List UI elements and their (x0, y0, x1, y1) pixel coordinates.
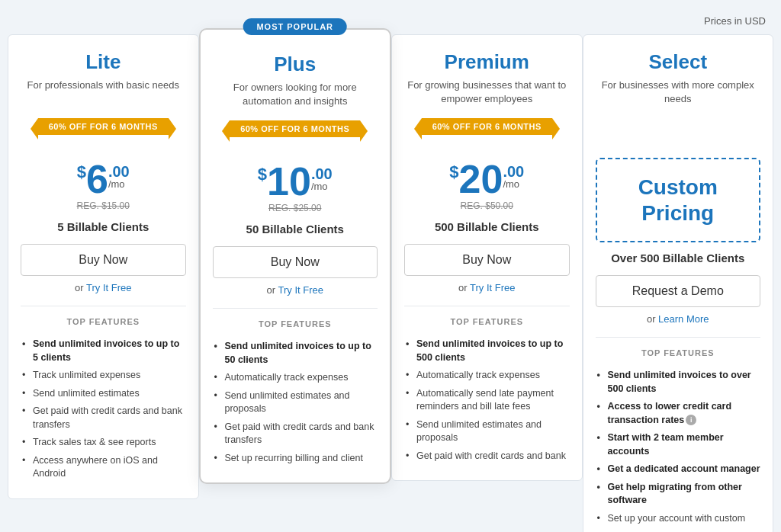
or-link-premium: or Try It Free (404, 282, 570, 293)
discount-banner-lite: 60% OFF FOR 6 MONTHS (38, 118, 169, 135)
price-amount-plus: 10 (267, 162, 311, 201)
buy-button-select[interactable]: Request a Demo (596, 275, 761, 307)
price-dollar-lite: $ (77, 164, 86, 181)
feature-item: Get a dedicated account manager (596, 460, 761, 479)
features-title-select: TOP FEATURES (596, 348, 761, 357)
features-section-plus: TOP FEATURES Send unlimited invoices to … (213, 308, 378, 467)
feature-item: Get paid with credit cards and bank tran… (213, 418, 378, 450)
features-title-lite: TOP FEATURES (21, 317, 186, 326)
plan-card-premium: PremiumFor growing businesses that want … (391, 34, 583, 481)
features-section-lite: TOP FEATURES Send unlimited invoices to … (21, 306, 186, 483)
feature-item: Start with 2 team member accounts (596, 429, 761, 460)
features-title-premium: TOP FEATURES (404, 317, 570, 326)
custom-pricing-box: Custom Pricing (596, 158, 761, 242)
discount-banner-plus: 60% OFF FOR 6 MONTHS (230, 120, 360, 137)
price-reg-plus: REG. $25.00 (213, 203, 378, 213)
feature-item: Set up your account with custom (596, 510, 761, 528)
plan-name-plus: Plus (213, 53, 378, 76)
feature-item: Send unlimited invoices to up to 50 clie… (213, 338, 378, 369)
features-list-lite: Send unlimited invoices to up to 5 clien… (21, 335, 186, 483)
try-free-link-select[interactable]: Learn More (658, 313, 709, 325)
price-dollar-plus: $ (258, 166, 267, 183)
custom-pricing-text: Custom Pricing (605, 175, 752, 226)
feature-item: Send unlimited estimates (21, 385, 186, 403)
feature-item: Get paid with credit cards and bank (404, 447, 570, 466)
buy-button-plus[interactable]: Buy Now (213, 246, 378, 278)
features-list-premium: Send unlimited invoices to up to 500 cli… (404, 335, 570, 465)
or-link-select: or Learn More (596, 313, 761, 325)
plans-container: LiteFor professionals with basic needs60… (8, 34, 773, 532)
feature-item: Access anywhere on iOS and Android (21, 452, 186, 483)
price-mo-lite: /mo (108, 179, 125, 189)
price-amount-lite: 6 (86, 159, 108, 199)
billable-clients-lite: 5 Billable Clients (21, 220, 186, 233)
features-title-plus: TOP FEATURES (213, 319, 378, 328)
buy-button-lite[interactable]: Buy Now (21, 244, 186, 276)
price-mo-premium: /mo (503, 179, 519, 189)
plan-card-select: SelectFor businesses with more complex n… (583, 34, 774, 532)
feature-item: Track sales tax & see reports (21, 434, 186, 452)
plan-name-premium: Premium (404, 50, 570, 74)
billable-clients-premium: 500 Billable Clients (404, 220, 570, 233)
feature-item: Track unlimited expenses (21, 367, 186, 385)
feature-item: Access to lower credit card transaction … (596, 398, 761, 429)
plan-desc-plus: For owners looking for more automation a… (213, 81, 378, 111)
features-list-plus: Send unlimited invoices to up to 50 clie… (213, 338, 378, 467)
try-free-link-plus[interactable]: Try It Free (278, 284, 323, 296)
feature-item: Automatically track expenses (404, 367, 570, 385)
feature-item: Send unlimited estimates and proposals (213, 387, 378, 418)
price-cents-premium: .00 (503, 164, 524, 179)
price-dollar-premium: $ (449, 164, 458, 181)
feature-item: Get paid with credit cards and bank tran… (21, 402, 186, 434)
feature-item: Get help migrating from other software (596, 479, 761, 510)
feature-item: Send unlimited invoices to up to 500 cli… (404, 335, 570, 367)
feature-item: Send unlimited invoices to over 500 clie… (596, 367, 761, 398)
billable-clients-plus: 50 Billable Clients (213, 223, 378, 236)
feature-item: Automatically send late payment reminder… (404, 385, 570, 416)
buy-button-premium[interactable]: Buy Now (404, 244, 570, 276)
plan-name-lite: Lite (21, 50, 186, 74)
most-popular-badge: MOST POPULAR (243, 18, 347, 35)
or-link-lite: or Try It Free (21, 282, 186, 293)
feature-item: Set up recurring billing and client (213, 450, 378, 468)
price-cents-plus: .00 (311, 166, 333, 181)
features-list-select: Send unlimited invoices to over 500 clie… (596, 367, 761, 527)
price-cents-lite: .00 (108, 164, 130, 179)
feature-item: Send unlimited invoices to up to 5 clien… (21, 335, 186, 367)
plan-name-select: Select (596, 50, 761, 74)
plan-card-lite: LiteFor professionals with basic needs60… (8, 34, 199, 499)
price-block-premium: $ 20 .00 /mo REG. $50.00 (404, 159, 570, 211)
features-section-select: TOP FEATURES Send unlimited invoices to … (596, 337, 761, 527)
billable-clients-select: Over 500 Billable Clients (596, 252, 761, 264)
info-icon[interactable]: i (686, 415, 696, 425)
plan-desc-select: For businesses with more complex needs (596, 79, 761, 109)
plan-card-plus: MOST POPULARPlusFor owners looking for m… (199, 28, 392, 484)
or-link-plus: or Try It Free (213, 284, 378, 296)
feature-item: Automatically track expenses (213, 369, 378, 387)
try-free-link-premium[interactable]: Try It Free (470, 282, 515, 293)
price-reg-lite: REG. $15.00 (21, 200, 186, 211)
price-mo-plus: /mo (311, 181, 328, 191)
pricing-page: Prices in USD LiteFor professionals with… (0, 0, 781, 532)
price-amount-premium: 20 (459, 159, 503, 199)
plan-desc-lite: For professionals with basic needs (21, 79, 186, 109)
discount-banner-premium: 60% OFF FOR 6 MONTHS (422, 118, 552, 135)
plan-desc-premium: For growing businesses that want to empo… (404, 79, 570, 109)
features-section-premium: TOP FEATURES Send unlimited invoices to … (404, 306, 570, 465)
price-block-lite: $ 6 .00 /mo REG. $15.00 (21, 159, 186, 211)
feature-item: Send unlimited estimates and proposals (404, 416, 570, 447)
try-free-link-lite[interactable]: Try It Free (86, 282, 131, 293)
price-block-plus: $ 10 .00 /mo REG. $25.00 (213, 162, 378, 213)
price-reg-premium: REG. $50.00 (404, 200, 570, 211)
prices-label: Prices in USD (8, 15, 773, 27)
